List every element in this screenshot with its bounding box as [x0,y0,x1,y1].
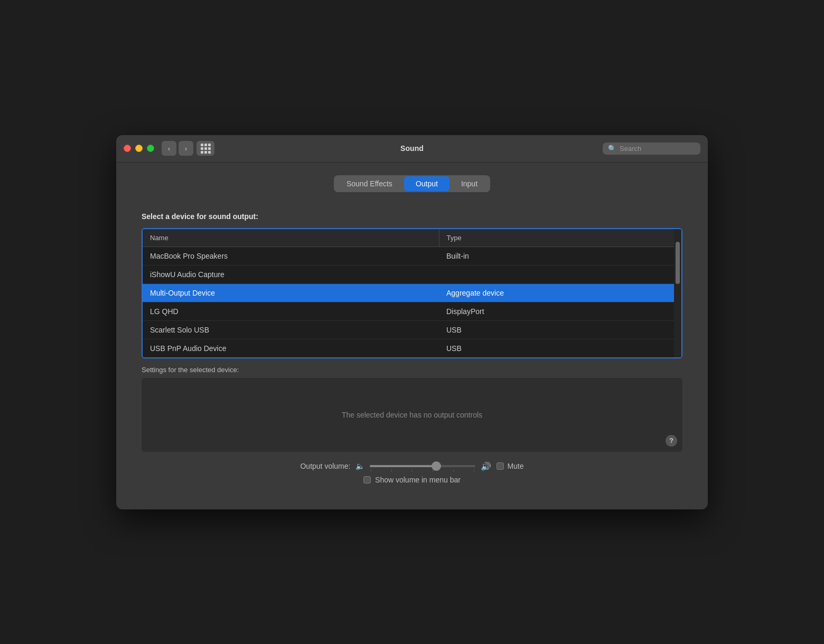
device-name: iShowU Audio Capture [143,265,439,283]
device-table: Name Type MacBook Pro Speakers Built-in … [143,229,681,357]
maximize-button[interactable] [147,145,154,152]
forward-button[interactable]: › [179,141,193,156]
tab-output[interactable]: Output [404,176,450,191]
table-row[interactable]: LG QHD DisplayPort [143,302,681,320]
back-icon: ‹ [168,145,170,153]
device-type [439,265,681,283]
tab-sound-effects[interactable]: Sound Effects [335,176,404,191]
no-controls-area: The selected device has no output contro… [142,378,682,452]
table-row[interactable]: iShowU Audio Capture [143,265,681,283]
table-row-selected[interactable]: Multi-Output Device Aggregate device [143,283,681,302]
nav-buttons: ‹ › [162,141,193,156]
mute-row: Mute [497,462,523,470]
volume-low-icon: 🔈 [355,462,364,470]
content-area: Sound Effects Output Input Select a devi… [116,163,708,509]
help-button[interactable]: ? [666,435,677,447]
device-name: Scarlett Solo USB [143,320,439,339]
device-name: USB PnP Audio Device [143,339,439,357]
settings-label: Settings for the selected device: [142,366,682,374]
volume-slider-fill [370,465,438,467]
mute-checkbox[interactable] [497,462,504,470]
close-button[interactable] [124,145,131,152]
no-controls-text: The selected device has no output contro… [342,411,482,419]
volume-ticks [370,469,475,472]
search-box[interactable]: 🔍 Search [603,143,700,155]
panel: Select a device for sound output: Name T… [131,203,693,495]
minimize-button[interactable] [135,145,143,152]
col-type-header: Type [439,229,681,247]
window-title: Sound [400,144,424,153]
show-volume-row: Show volume in menu bar [142,476,682,484]
device-name: LG QHD [143,302,439,320]
section-title: Select a device for sound output: [142,212,682,221]
forward-icon: › [185,145,187,153]
device-table-wrapper: Name Type MacBook Pro Speakers Built-in … [142,228,682,358]
scrollbar-thumb[interactable] [676,242,680,284]
table-row[interactable]: Scarlett Solo USB USB [143,320,681,339]
mute-label: Mute [507,462,523,470]
search-icon: 🔍 [608,145,616,153]
device-type: USB [439,339,681,357]
volume-slider[interactable] [370,465,475,467]
traffic-lights [124,145,154,152]
device-type: DisplayPort [439,302,681,320]
grid-view-button[interactable] [196,141,214,156]
device-type: Aggregate device [439,283,681,302]
grid-icon [201,144,211,154]
tabs: Sound Effects Output Input [334,175,490,192]
table-row[interactable]: MacBook Pro Speakers Built-in [143,247,681,265]
volume-high-icon: 🔊 [481,461,491,471]
back-button[interactable]: ‹ [162,141,176,156]
device-type: Built-in [439,247,681,265]
table-header-row: Name Type [143,229,681,247]
device-name: Multi-Output Device [143,283,439,302]
help-icon: ? [669,437,673,444]
col-name-header: Name [143,229,439,247]
device-type: USB [439,320,681,339]
search-placeholder: Search [620,145,641,153]
device-name: MacBook Pro Speakers [143,247,439,265]
show-volume-label: Show volume in menu bar [375,476,461,484]
tabs-container: Sound Effects Output Input [131,175,693,192]
tab-input[interactable]: Input [450,176,489,191]
volume-row: Output volume: 🔈 🔊 [142,461,682,471]
main-window: ‹ › Sound 🔍 Search Sound Effects Output [116,135,708,509]
volume-label: Output volume: [300,462,350,470]
scrollbar[interactable] [674,229,681,357]
titlebar: ‹ › Sound 🔍 Search [116,135,708,163]
show-volume-checkbox[interactable] [363,476,371,484]
table-row[interactable]: USB PnP Audio Device USB [143,339,681,357]
